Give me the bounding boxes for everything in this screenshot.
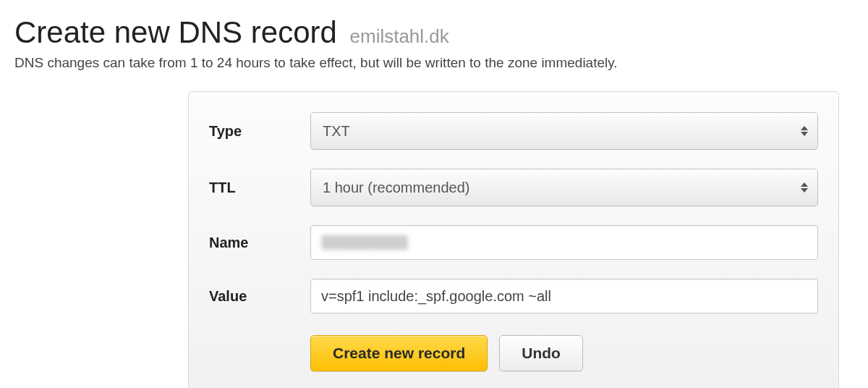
- ttl-select[interactable]: 1 hour (recommended): [310, 169, 818, 206]
- type-select-value: TXT: [323, 123, 350, 139]
- name-input[interactable]: [310, 225, 818, 260]
- page-title-text: Create new DNS record: [14, 15, 337, 49]
- page-title-domain: emilstahl.dk: [350, 25, 449, 47]
- value-input[interactable]: [310, 279, 818, 313]
- undo-button[interactable]: Undo: [499, 335, 583, 371]
- form-row-type: Type TXT: [209, 112, 818, 150]
- type-select[interactable]: TXT: [310, 112, 818, 150]
- dns-record-form: Type TXT TTL 1 hour (recommended) Name: [188, 91, 839, 388]
- form-row-value: Value: [209, 279, 818, 313]
- value-label: Value: [209, 288, 310, 305]
- create-record-button[interactable]: Create new record: [310, 335, 488, 371]
- form-row-buttons: Create new record Undo: [209, 332, 818, 371]
- form-row-name: Name: [209, 225, 818, 260]
- ttl-label: TTL: [209, 180, 310, 196]
- type-label: Type: [209, 123, 310, 140]
- name-label: Name: [209, 235, 310, 251]
- page-description: DNS changes can take from 1 to 24 hours …: [14, 55, 854, 71]
- name-input-blurred-value: [321, 235, 408, 250]
- page-title: Create new DNS record emilstahl.dk: [14, 14, 854, 51]
- ttl-select-value: 1 hour (recommended): [323, 180, 469, 195]
- form-row-ttl: TTL 1 hour (recommended): [209, 169, 818, 206]
